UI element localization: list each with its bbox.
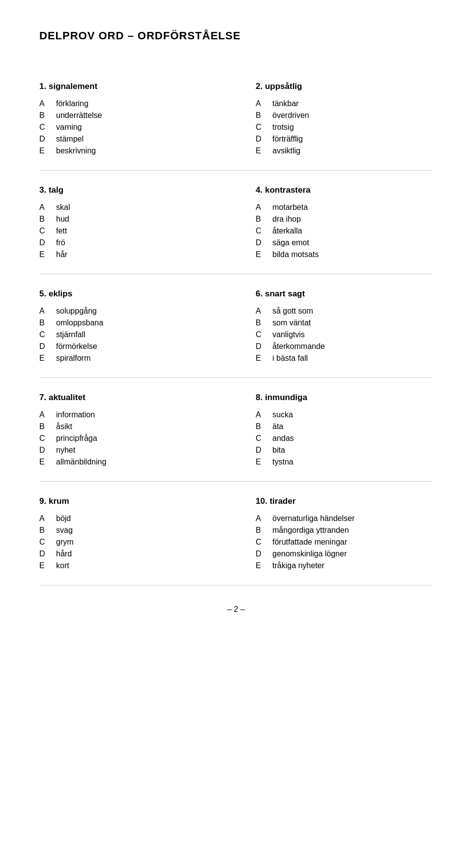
option-letter: E [39, 458, 48, 466]
option-text: i bästa fall [272, 354, 308, 363]
list-item: Ei bästa fall [256, 354, 433, 363]
option-text: trotsig [272, 123, 294, 132]
options-list-q10: Aövernaturliga händelserBmångordiga yttr… [256, 514, 433, 570]
option-letter: D [256, 135, 265, 144]
question-block-q4: 4. kontrasteraAmotarbetaBdra ihopCåterka… [236, 171, 433, 274]
question-number-q9: 9. [39, 496, 46, 506]
question-title-q5: 5. eklips [39, 289, 206, 299]
option-letter: C [256, 227, 265, 235]
list-item: Eallmänbildning [39, 458, 206, 466]
list-item: Ehår [39, 250, 206, 259]
question-title-q4: 4. kontrastera [256, 185, 433, 195]
option-text: tänkbar [272, 99, 298, 108]
option-text: förutfattade meningar [272, 538, 347, 547]
question-title-q7: 7. aktualitet [39, 393, 206, 403]
option-text: genomskinliga lögner [272, 550, 347, 558]
list-item: Asoluppgång [39, 307, 206, 316]
option-letter: A [256, 410, 265, 419]
page-footer: – 2 – [39, 605, 433, 614]
question-block-q3: 3. talgAskalBhudCfettDfröEhår [39, 171, 236, 274]
question-word-q5: eklips [49, 289, 72, 298]
list-item: Dsäga emot [256, 238, 433, 247]
list-item: Askal [39, 203, 206, 212]
option-letter: B [39, 526, 48, 535]
list-item: Cfett [39, 227, 206, 235]
question-block-q1: 1. signalementAförklaringBunderrättelseC… [39, 67, 236, 171]
option-letter: E [39, 354, 48, 363]
options-list-q7: AinformationBåsiktCprincipfrågaDnyhetEal… [39, 410, 206, 466]
option-text: överdriven [272, 111, 309, 120]
options-list-q8: AsuckaBätaCandasDbitaEtystna [256, 410, 433, 466]
question-word-q4: kontrastera [265, 185, 311, 195]
option-letter: B [256, 215, 265, 224]
list-item: Dbita [256, 446, 433, 455]
option-text: äta [272, 422, 283, 431]
options-list-q4: AmotarbetaBdra ihopCåterkallaDsäga emotE… [256, 203, 433, 259]
option-letter: E [256, 250, 265, 259]
list-item: Aövernaturliga händelser [256, 514, 433, 523]
option-text: bilda motsats [272, 250, 319, 259]
page-title: DELPROV ORD – ORDFÖRSTÅELSE [39, 29, 433, 42]
list-item: Dhård [39, 550, 206, 558]
option-text: soluppgång [56, 307, 97, 316]
list-item: Ekort [39, 561, 206, 570]
option-letter: B [39, 318, 48, 327]
option-text: frö [56, 238, 65, 247]
list-item: Ainformation [39, 410, 206, 419]
list-item: Båsikt [39, 422, 206, 431]
option-letter: B [39, 111, 48, 120]
list-item: Atänkbar [256, 99, 433, 108]
question-number-q1: 1. [39, 82, 46, 91]
list-item: Dfrö [39, 238, 206, 247]
option-text: åsikt [56, 422, 72, 431]
option-letter: E [39, 146, 48, 155]
option-text: stjärnfall [56, 330, 86, 339]
option-letter: A [39, 203, 48, 212]
question-word-q7: aktualitet [49, 393, 86, 402]
option-text: tystna [272, 458, 294, 466]
list-item: Cförutfattade meningar [256, 538, 433, 547]
option-letter: C [39, 330, 48, 339]
option-text: principfråga [56, 434, 97, 443]
list-item: Bunderrättelse [39, 111, 206, 120]
option-text: hård [56, 550, 72, 558]
option-letter: C [256, 330, 265, 339]
question-title-q9: 9. krum [39, 496, 206, 506]
list-item: Bsom väntat [256, 318, 433, 327]
option-letter: B [39, 422, 48, 431]
question-title-q2: 2. uppsåtlig [256, 82, 433, 91]
option-text: förträfflig [272, 135, 303, 144]
option-letter: E [39, 250, 48, 259]
list-item: Cåterkalla [256, 227, 433, 235]
list-item: Bmångordiga yttranden [256, 526, 433, 535]
list-item: Dgenomskinliga lögner [256, 550, 433, 558]
option-text: bita [272, 446, 285, 455]
list-item: Etystna [256, 458, 433, 466]
list-item: Eavsiktlig [256, 146, 433, 155]
options-list-q2: AtänkbarBöverdrivenCtrotsigDförträffligE… [256, 99, 433, 155]
list-item: Ctrotsig [256, 123, 433, 132]
option-text: hår [56, 250, 67, 259]
option-letter: D [39, 342, 48, 351]
option-letter: A [256, 307, 265, 316]
question-word-q1: signalement [49, 82, 97, 91]
option-text: andas [272, 434, 294, 443]
options-list-q6: Aså gott somBsom väntatCvanligtvisDåterk… [256, 307, 433, 363]
question-number-q10: 10. [256, 496, 267, 506]
list-item: Bhud [39, 215, 206, 224]
option-text: återkommande [272, 342, 325, 351]
question-block-q10: 10. tiraderAövernaturliga händelserBmång… [236, 482, 433, 585]
question-word-q8: inmundiga [265, 393, 307, 402]
list-item: Cstjärnfall [39, 330, 206, 339]
option-text: vanligtvis [272, 330, 305, 339]
option-text: motarbeta [272, 203, 308, 212]
option-letter: B [39, 215, 48, 224]
option-text: återkalla [272, 227, 302, 235]
options-list-q5: AsoluppgångBomloppsbanaCstjärnfallDförmö… [39, 307, 206, 363]
option-text: förklaring [56, 99, 88, 108]
option-text: varning [56, 123, 82, 132]
list-item: Espiralform [39, 354, 206, 363]
option-text: underrättelse [56, 111, 102, 120]
option-letter: A [39, 514, 48, 523]
question-block-q7: 7. aktualitetAinformationBåsiktCprincipf… [39, 378, 236, 482]
